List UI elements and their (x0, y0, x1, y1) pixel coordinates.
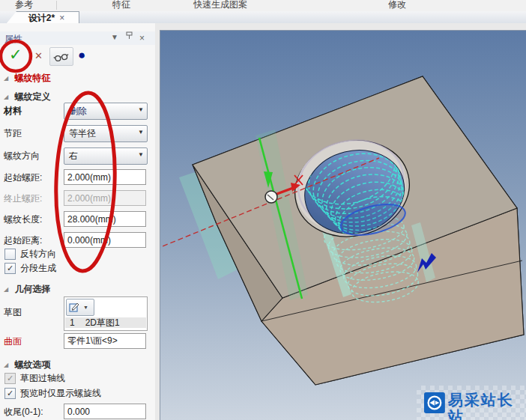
section-arrow-icon[interactable]: ◢ (4, 75, 8, 82)
section-label: 螺纹定义 (15, 91, 51, 102)
surface-label: 曲面 (4, 335, 22, 348)
segmented-checkbox[interactable]: ✓ 分段生成 (4, 262, 56, 275)
section-arrow-icon: ◢ (4, 362, 8, 368)
tab-close-icon[interactable]: × (59, 13, 64, 22)
menu-bar: 参考 特征 快速生成图案 修改 (0, 0, 526, 12)
menu-separator (56, 1, 57, 10)
section-label: 螺纹选项 (15, 359, 51, 370)
checkbox-box: ✓ (4, 373, 16, 384)
panel-titlebar: 属性 ▼ × (0, 31, 155, 45)
color-dot-button[interactable]: ● (78, 48, 85, 63)
dropdown-caret-icon: ▼ (138, 129, 144, 136)
end-pitch-label: 终止螺距: (4, 192, 42, 205)
cancel-button[interactable]: ✕ (34, 50, 43, 61)
section-arrow-icon: ◢ (4, 286, 8, 293)
menu-item-modify[interactable]: 修改 (388, 0, 406, 10)
panel-collapse-icon[interactable]: ▼ (111, 33, 118, 41)
sketch-picker-button[interactable]: ▼ (66, 299, 94, 316)
direction-label: 螺纹方向 (4, 150, 40, 162)
dropdown-caret-icon: ▼ (138, 151, 144, 158)
tab-design2[interactable]: 设计2* × (6, 11, 79, 24)
tail-label: 收尾(0-1): (4, 406, 43, 419)
end-pitch-input (64, 190, 146, 206)
sketch-row-value: 2D草图1 (85, 317, 120, 329)
checkbox-label: 草图过轴线 (20, 372, 65, 385)
panel-title: 属性 (4, 33, 22, 46)
section-geometry[interactable]: ◢ 几何选择 (4, 283, 51, 296)
glasses-icon (53, 52, 70, 62)
sketch-field[interactable]: ▼ (64, 296, 148, 317)
check-icon: ✓ (7, 389, 13, 398)
checkbox-label: 反转方向 (20, 248, 56, 261)
feature-title: 螺纹特征 (15, 73, 51, 83)
origin-drag-handle[interactable] (265, 191, 277, 203)
dropdown-caret-icon: ▼ (83, 305, 88, 310)
easck-logo-icon (424, 392, 445, 414)
sketch-pencil-icon (69, 302, 80, 313)
direction-dropdown[interactable]: 右 ▼ (64, 147, 148, 165)
panel-pin-icon[interactable] (126, 31, 133, 41)
checkbox-label: 预览时仅显示螺旋线 (20, 387, 101, 400)
viewport-frame: 易采站长站 Www.Easck.Com Webmaster (155, 23, 526, 420)
sketch-row-index: 1 (70, 317, 75, 328)
viewport-3d[interactable] (160, 30, 526, 420)
checkbox-box[interactable]: ✓ (4, 263, 16, 274)
start-pitch-input[interactable] (64, 169, 146, 185)
checkbox-box[interactable] (4, 249, 16, 260)
section-arrow-icon: ◢ (4, 94, 8, 100)
feature-title-row: ◢ 螺纹特征 (4, 72, 51, 85)
menu-item-reference[interactable]: 参考 (15, 0, 33, 10)
properties-panel: 属性 ▼ × ✓ ✕ ● ◢ 螺纹特征 ◢ 螺纹定义 材料 删除 ▼ 节距 等半… (0, 23, 156, 420)
preview-glasses-button[interactable] (49, 47, 73, 66)
section-label: 几何选择 (15, 284, 51, 294)
pitch-value: 等半径 (69, 127, 96, 140)
ok-button[interactable]: ✓ (9, 46, 22, 64)
material-label: 材料 (4, 105, 22, 118)
reverse-direction-checkbox[interactable]: 反转方向 (4, 248, 56, 261)
viewport-3d-scene[interactable] (160, 31, 526, 420)
thread-length-label: 螺纹长度: (4, 213, 42, 226)
check-icon: ✓ (7, 264, 13, 273)
start-distance-label: 起始距离: (4, 234, 42, 247)
menu-item-pattern[interactable]: 快速生成图案 (193, 0, 247, 10)
section-thread-definition[interactable]: ◢ 螺纹定义 (4, 91, 51, 103)
pitch-label: 节距 (4, 127, 22, 140)
pitch-dropdown[interactable]: 等半径 ▼ (64, 125, 148, 142)
panel-close-icon[interactable]: × (139, 33, 145, 43)
preview-helix-only-checkbox[interactable]: ✓ 预览时仅显示螺旋线 (4, 387, 101, 400)
checkbox-label: 分段生成 (20, 262, 56, 275)
start-distance-input[interactable] (64, 232, 146, 248)
tab-label: 设计2* (28, 12, 55, 25)
check-icon: ✓ (7, 374, 13, 383)
tail-input[interactable] (64, 404, 146, 419)
checkbox-box[interactable]: ✓ (4, 388, 16, 399)
watermark: 易采站长站 Www.Easck.Com Webmaster (420, 389, 525, 419)
section-thread-options[interactable]: ◢ 螺纹选项 (4, 359, 51, 371)
dropdown-caret-icon: ▼ (138, 106, 144, 113)
thread-length-input[interactable] (64, 211, 146, 227)
tab-bar: 设计2* × (0, 11, 526, 23)
sketch-label: 草图 (4, 306, 22, 319)
sketch-list[interactable]: 1 2D草图1 (64, 317, 148, 331)
sketch-through-axis-checkbox: ✓ 草图过轴线 (4, 372, 65, 385)
surface-input[interactable] (64, 333, 146, 349)
menu-item-feature[interactable]: 特征 (112, 0, 130, 10)
material-value: 删除 (69, 105, 87, 118)
watermark-title: 易采站长站 (448, 392, 525, 420)
start-pitch-label: 起始螺距: (4, 171, 42, 184)
material-dropdown[interactable]: 删除 ▼ (64, 103, 148, 120)
direction-value: 右 (69, 150, 78, 162)
sketch-list-row[interactable]: 1 2D草图1 (65, 317, 146, 328)
